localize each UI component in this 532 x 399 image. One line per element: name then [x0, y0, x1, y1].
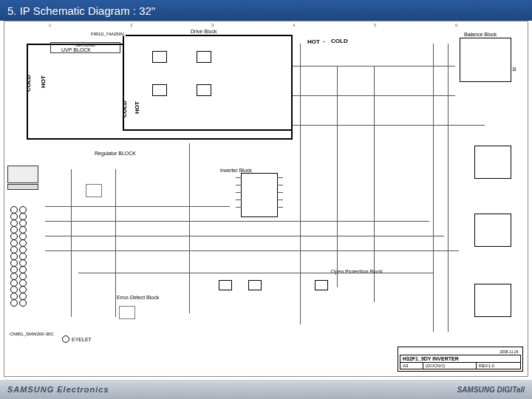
title-block: 2008.11.24 H32F1_9DY INVERTER A3 (DOCNO)…	[398, 347, 523, 372]
slide-footer: SAMSUNG Electronics SAMSUNG DIGITall	[0, 380, 532, 399]
slide-header: 5. IP Schematic Diagram : 32"	[0, 0, 532, 21]
eyelet-label: EYELET	[72, 337, 92, 342]
schematic-drawing: 1 2 3 4 5 6 COLD HOT COLD HOT HOT→ COLD …	[4, 21, 528, 377]
protection-mosfet-1	[219, 280, 232, 290]
ground-label-box: GROUND	[50, 42, 120, 53]
title-docno: (DOCNO)	[426, 364, 445, 368]
title-rev: REV1.0	[479, 364, 494, 368]
drive-block-outline	[123, 35, 293, 131]
balance-block-label: Balance Block	[463, 32, 498, 37]
drive-block-label: Drive Block	[189, 29, 218, 34]
eyelet-marker: EYELET	[62, 335, 92, 343]
cold-label-left: COLD	[25, 75, 32, 92]
fuse-label: F9010_74A250V	[89, 32, 126, 36]
title-date: 2008.11.24	[499, 349, 518, 354]
grid-col-1: 1	[49, 23, 51, 27]
balance-transformer-4	[474, 284, 511, 317]
connector-tab-2	[7, 184, 38, 190]
balance-transformer-1	[460, 38, 511, 82]
regulator-block-label: Regulator BLOCK	[93, 151, 137, 156]
title-size: A3	[403, 364, 408, 368]
mosfet-3	[152, 84, 167, 96]
grid-col-2: 2	[130, 23, 132, 27]
cold-arrow-label: COLD	[331, 38, 348, 44]
balance-transformer-2	[474, 146, 511, 179]
inverter-block-label: Inverter Block	[219, 168, 253, 173]
eyelet-icon	[62, 335, 69, 343]
grid-col-5: 5	[374, 23, 376, 27]
footer-brand-right: SAMSUNG DIGITall	[457, 386, 525, 394]
cold-label-mid: COLD	[121, 100, 128, 117]
grid-col-3: 3	[211, 23, 214, 27]
connector-cn801	[10, 206, 47, 332]
mosfet-4	[197, 84, 211, 96]
error-opamp	[119, 306, 135, 319]
regulator-opamp	[86, 184, 102, 197]
grid-col-4: 4	[293, 23, 295, 27]
hot-arrow-label: HOT→	[307, 38, 327, 45]
title-project: H32F1_9DY INVERTER	[403, 356, 459, 361]
hot-label-mid: HOT	[134, 101, 140, 114]
footer-brand-left: SAMSUNG Electronics	[7, 385, 109, 394]
connector-tab-1	[7, 166, 38, 183]
protection-mosfet-3	[315, 280, 328, 290]
balance-transformer-3	[474, 214, 511, 247]
connector-label: CN801_SMW200-30C	[8, 332, 55, 336]
grid-col-6: 6	[455, 23, 457, 27]
mosfet-1	[152, 51, 167, 63]
inverter-ic	[241, 173, 278, 217]
error-detect-label: Error-Detect Block	[115, 295, 160, 300]
hot-label-left: HOT	[40, 75, 47, 88]
header-title: 5. IP Schematic Diagram : 32"	[7, 4, 155, 17]
protection-mosfet-2	[248, 280, 262, 290]
mosfet-2	[197, 51, 211, 63]
